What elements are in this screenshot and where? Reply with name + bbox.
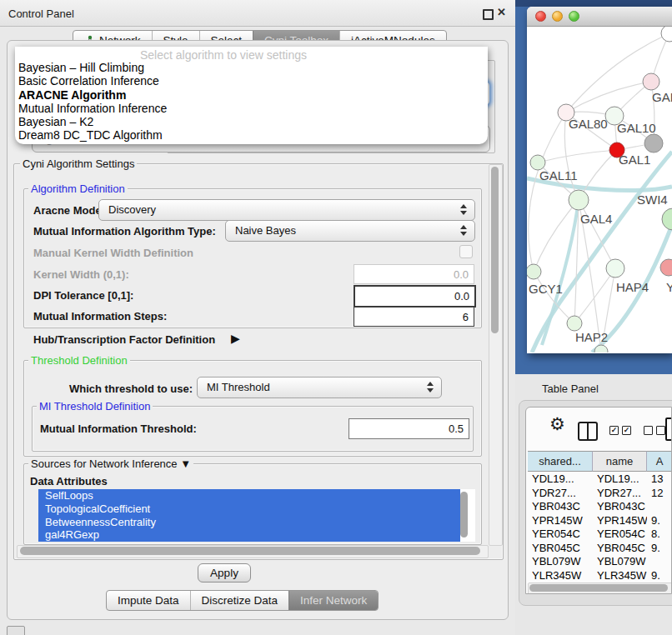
which-threshold-combobox[interactable]: MI Threshold [197,377,442,398]
table-cell: YBR043C [597,500,647,512]
deselect-all-icon[interactable] [644,426,653,435]
network-node-label: HAP2 [575,330,608,344]
columns-icon[interactable] [578,422,598,441]
control-panel-title: Control Panel [8,8,74,20]
manual-kernel-checkbox[interactable] [459,245,473,258]
mi-steps-field[interactable] [354,307,474,327]
which-threshold-label: Which threshold to use: [69,382,193,395]
float-panel-icon[interactable] [483,9,494,20]
network-node[interactable] [644,134,663,152]
table-row[interactable]: YLR345WYLR345W9. [528,569,672,583]
mi-steps-label: Mutual Information Steps: [33,310,167,322]
tab-impute-data[interactable]: Impute Data [107,591,190,610]
data-attributes-list: SelfLoopsTopologicalCoefficientBetweenne… [38,489,475,542]
algorithm-popup: Select algorithm to view settings Bayesi… [15,47,488,144]
algorithm-placeholder: Select algorithm to view settings [15,47,432,61]
network-node-label: GCY1 [529,282,563,296]
network-edge[interactable] [566,82,651,112]
aracne-mode-value: Discovery [108,203,156,216]
node-table-panel: ⚙ ✓ ✓ shared...nameAYDL19...YDL19...13YD… [525,407,672,594]
table-row[interactable]: YDL19...YDL19...13 [528,472,672,487]
stepper-icon [460,225,467,236]
network-node[interactable] [527,264,541,279]
table-row[interactable]: YBL079WYBL079W [528,555,672,569]
table-row[interactable]: YDR27...YDR27...12 [528,487,672,501]
export-table-icon[interactable] [665,418,672,441]
deselect-all-icon[interactable] [656,426,665,435]
attribute-item[interactable]: BetweennessCentrality [38,516,460,529]
column-header-3[interactable]: A [647,451,672,472]
table-cell: YBR043C [532,500,593,512]
gear-icon[interactable]: ⚙ [549,414,565,434]
manual-kernel-label: Manual Kernel Width Definition [33,247,193,259]
table-row[interactable]: YBR043CYBR043C [528,500,672,514]
algorithm-item[interactable]: ARACNE Algorithm [15,88,488,102]
network-node[interactable] [661,27,672,42]
expanded-arrow-icon[interactable]: ▼ [180,458,191,470]
settings-hscrollbar-thumb[interactable] [20,547,480,555]
network-node[interactable] [660,259,672,276]
stepper-icon [460,204,467,215]
network-node[interactable] [567,316,582,331]
attribute-item[interactable]: SelfLoops [38,489,460,502]
column-header-1[interactable]: shared... [528,451,593,472]
table-row[interactable]: YPR145WYPR145W9. [528,514,672,528]
close-panel-icon[interactable]: ✕ [497,6,506,18]
column-header-2[interactable]: name [593,451,647,472]
collapsed-panel-icon[interactable] [7,626,25,635]
network-window-titlebar[interactable] [527,7,672,27]
network-edge[interactable] [538,150,617,162]
table-cell: YBR045C [597,542,647,554]
table-cell: YER054C [532,528,593,540]
network-node-label: GAL10 [617,121,656,135]
collapsed-arrow-icon[interactable]: ▶ [231,332,240,345]
algorithm-item[interactable]: Dream8 DC_TDC Algorithm [15,128,488,142]
apply-button[interactable]: Apply [198,563,251,582]
mi-threshold-field[interactable] [349,418,469,439]
network-node-label: GAL1 [619,152,650,167]
attribute-item[interactable]: gal4RGexp [38,528,460,542]
tab-label: Infer Network [300,591,367,610]
algorithm-item[interactable]: Mutual Information Inference [15,102,488,115]
table-cell: YBR045C [532,542,593,554]
network-window: GALGAL80GAL10GAL1GAL11SWI4GAL4GCY1HAP4YH… [527,7,672,353]
table-hscrollbar-thumb[interactable] [529,584,668,592]
select-all-check-icon[interactable]: ✓ [622,426,631,435]
kernel-width-label: Kernel Width (0,1): [33,268,129,281]
table-cell: 9. [651,569,672,582]
network-edge[interactable] [534,272,574,323]
settings-vscrollbar-thumb[interactable] [491,167,499,333]
attribute-item[interactable]: TopologicalCoefficient [38,502,460,516]
algorithm-item[interactable]: Bayesian – K2 [15,115,488,128]
algorithm-item[interactable]: Bayesian – Hill Climbing [15,61,488,74]
zoom-traffic-light[interactable] [569,11,579,22]
stepper-icon [427,382,434,392]
minimize-traffic-light[interactable] [552,11,563,22]
network-node[interactable] [662,208,672,230]
algorithm-item[interactable]: Basic Correlation Inference [15,74,488,88]
algorithm-list: Bayesian – Hill ClimbingBasic Correlatio… [15,61,488,142]
network-canvas[interactable]: GALGAL80GAL10GAL1GAL11SWI4GAL4GCY1HAP4YH… [527,27,672,352]
table-row[interactable]: YBR045CYBR045C9. [528,542,672,556]
network-node[interactable] [606,259,624,278]
network-node[interactable] [569,190,589,210]
table-cell: YBL079W [532,555,593,568]
mi-type-label: Mutual Information Algorithm Type: [33,225,216,238]
dpi-tolerance-field[interactable] [354,285,476,308]
tab-discretize-data[interactable]: Discretize Data [190,591,289,610]
tab-infer-network[interactable]: Infer Network [288,591,378,610]
network-edge[interactable] [529,112,566,272]
kernel-width-field[interactable] [354,264,474,284]
table-cell: 9. [651,514,672,527]
network-node[interactable] [643,73,659,90]
close-traffic-light[interactable] [535,11,546,22]
select-all-check-icon[interactable]: ✓ [609,426,619,435]
aracne-mode-combobox[interactable]: Discovery [98,199,475,221]
algorithm-definition-title: Algorithm Definition [28,182,128,195]
network-node-label: GAL80 [569,117,608,131]
attributes-scrollbar-thumb[interactable] [460,492,468,538]
mi-type-combobox[interactable]: Naive Bayes [225,220,475,242]
table-row[interactable]: YER054CYER054C8. [528,528,672,542]
table-cell: 12 [651,487,672,499]
control-panel-titlebar [0,0,515,27]
